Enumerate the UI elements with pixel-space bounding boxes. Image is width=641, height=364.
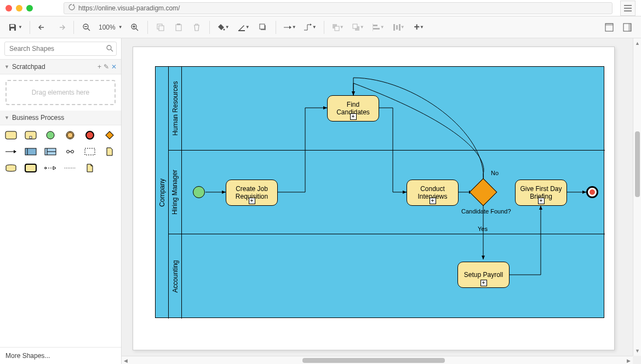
to-front-button[interactable]: ▼ <box>329 19 347 36</box>
shape-association[interactable] <box>64 163 77 174</box>
shape-pool[interactable] <box>24 146 37 157</box>
shape-intermediate-event[interactable] <box>64 130 77 141</box>
svg-rect-7 <box>177 24 180 25</box>
collapse-icon: ▼ <box>4 115 9 120</box>
svg-rect-19 <box>396 25 398 30</box>
maximize-window-button[interactable] <box>26 5 33 11</box>
task-find-candidates[interactable]: Find Candidates+ <box>327 95 379 122</box>
fill-color-button[interactable]: ▼ <box>214 19 233 36</box>
shape-data-object[interactable] <box>103 146 116 157</box>
svg-rect-18 <box>393 24 395 31</box>
waypoint-style-button[interactable]: ▼ <box>301 19 319 36</box>
gateway-label: Candidate Found? <box>461 208 511 215</box>
lane-label: Accounting <box>171 260 179 292</box>
delete-button[interactable] <box>188 19 205 36</box>
shadow-button[interactable] <box>255 19 271 36</box>
horizontal-scrollbar[interactable]: ◀ ▶ <box>122 356 633 364</box>
pool-title: Company <box>156 67 169 319</box>
drop-area[interactable]: Drag elements here <box>5 80 116 105</box>
lane-label: Human Resources <box>171 81 179 135</box>
search-input[interactable] <box>4 42 117 56</box>
shape-subprocess[interactable] <box>24 130 37 141</box>
end-event[interactable] <box>586 186 598 198</box>
shape-end-event[interactable] <box>83 130 96 141</box>
palette-title: Business Process <box>12 114 64 122</box>
collapse-icon: ▼ <box>4 64 9 70</box>
svg-rect-26 <box>5 131 16 139</box>
shape-lane[interactable] <box>44 146 57 157</box>
zoom-in-button[interactable] <box>127 19 143 36</box>
zoom-out-button[interactable] <box>78 19 95 36</box>
traffic-lights <box>5 5 33 11</box>
lane-accounting[interactable]: Accounting <box>169 234 605 319</box>
main-area: ▼ Scratchpad + ✎ ✕ Drag elements here ▼ … <box>0 38 641 364</box>
shape-task[interactable] <box>4 130 18 141</box>
svg-rect-0 <box>10 25 14 27</box>
scroll-up-icon[interactable]: ▲ <box>635 41 640 46</box>
insert-button[interactable]: +▼ <box>410 19 428 36</box>
format-panel-button[interactable] <box>601 19 617 36</box>
shape-annotation[interactable] <box>83 163 96 174</box>
svg-rect-24 <box>628 24 631 31</box>
scroll-left-icon[interactable]: ◀ <box>124 358 128 363</box>
task-conduct-interviews[interactable]: Conduct Interviews+ <box>407 180 459 206</box>
svg-point-45 <box>45 167 47 169</box>
connection-style-button[interactable]: ▼ <box>281 19 299 36</box>
line-color-button[interactable]: ▼ <box>234 19 253 36</box>
zoom-level[interactable]: 100%▼ <box>96 24 125 31</box>
outline-panel-button[interactable] <box>619 19 636 36</box>
scroll-down-icon[interactable]: ▼ <box>635 348 640 354</box>
scratchpad-header[interactable]: ▼ Scratchpad + ✎ ✕ <box>0 60 121 74</box>
search-icon[interactable] <box>106 45 113 54</box>
task-setup-payroll[interactable]: Setup Payroll+ <box>457 262 510 288</box>
shape-group[interactable] <box>83 146 96 157</box>
lane-label: Hiring Manager <box>171 170 179 215</box>
task-create-requisition[interactable]: Create Job Requisition+ <box>226 180 278 206</box>
align-button[interactable]: ▼ <box>369 19 388 36</box>
paste-button[interactable] <box>170 19 187 36</box>
url-text: https://online.visual-paradigm.com/ <box>78 4 180 12</box>
undo-button[interactable] <box>35 19 51 36</box>
redo-button[interactable] <box>53 19 69 36</box>
task-briefing[interactable]: Give First Day Briefing+ <box>515 180 567 206</box>
shape-sequence-flow[interactable] <box>4 146 18 157</box>
scroll-right-icon[interactable]: ▶ <box>627 358 631 363</box>
svg-rect-22 <box>605 24 613 26</box>
shape-gateway[interactable] <box>103 130 116 141</box>
svg-rect-33 <box>106 131 113 139</box>
more-shapes-link[interactable]: More Shapes... <box>0 347 121 364</box>
start-event[interactable] <box>193 186 205 198</box>
svg-rect-11 <box>260 24 265 29</box>
palette-header[interactable]: ▼ Business Process <box>0 111 121 125</box>
shape-message-flow[interactable] <box>44 163 57 174</box>
drawing-canvas[interactable]: Company Human Resources Hiring Manager A… <box>133 47 615 350</box>
close-window-button[interactable] <box>5 5 12 11</box>
to-back-button[interactable]: ▼ <box>349 19 368 36</box>
shape-search <box>0 38 121 60</box>
edit-scratch-icon[interactable]: ✎ <box>104 63 109 71</box>
lane-hr[interactable]: Human Resources <box>169 67 605 151</box>
copy-button[interactable] <box>152 19 169 36</box>
svg-point-40 <box>71 151 74 153</box>
svg-rect-17 <box>373 28 380 30</box>
scroll-thumb[interactable] <box>302 358 445 363</box>
minimize-window-button[interactable] <box>16 5 22 11</box>
svg-point-25 <box>107 45 111 50</box>
url-bar[interactable]: https://online.visual-paradigm.com/ <box>64 2 613 14</box>
shape-conversation[interactable] <box>64 146 77 157</box>
menu-button[interactable] <box>620 1 636 16</box>
scroll-thumb[interactable] <box>635 131 640 197</box>
distribute-button[interactable]: ▼ <box>390 19 408 36</box>
pool-company[interactable]: Company Human Resources Hiring Manager A… <box>155 66 604 318</box>
close-scratch-icon[interactable]: ✕ <box>111 63 117 71</box>
shape-start-event[interactable] <box>44 130 57 141</box>
vertical-scrollbar[interactable]: ▲ ▼ <box>633 38 641 356</box>
save-button[interactable]: ▼ <box>5 19 25 36</box>
svg-point-32 <box>86 131 94 139</box>
add-scratch-icon[interactable]: + <box>98 63 101 71</box>
reload-icon[interactable] <box>68 4 75 12</box>
scratchpad-body: Drag elements here <box>0 74 121 111</box>
shape-call-activity[interactable] <box>24 163 37 174</box>
svg-rect-1 <box>11 28 14 31</box>
shape-data-store[interactable] <box>4 163 18 174</box>
